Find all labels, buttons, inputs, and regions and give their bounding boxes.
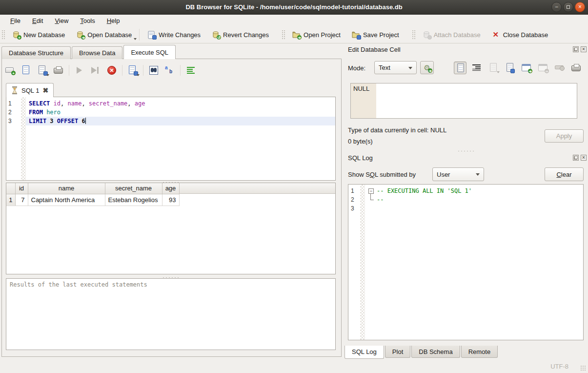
token bbox=[50, 100, 53, 107]
menu-tools[interactable]: Tools bbox=[75, 16, 100, 26]
resize-grip-icon[interactable] bbox=[580, 365, 586, 371]
sql-file-tab[interactable]: SQL 1 ✖ bbox=[6, 83, 54, 97]
table-row[interactable]: 17Captain North AmericaEsteban Rogelios9… bbox=[6, 194, 179, 206]
export-cell-icon[interactable]: ➜ bbox=[520, 62, 533, 74]
window-title: DB Browser for SQLite - /home/user/code/… bbox=[185, 3, 402, 11]
log-filter-combobox[interactable]: User bbox=[432, 167, 484, 181]
toolbar-drag-handle[interactable] bbox=[411, 29, 416, 40]
token: hero bbox=[46, 109, 61, 116]
format-sql-icon[interactable] bbox=[185, 64, 197, 76]
token: age bbox=[135, 100, 145, 107]
editor-line: 1SELECT id, name, secret_name, age bbox=[6, 99, 335, 108]
new-tab-icon[interactable]: + bbox=[4, 64, 16, 76]
close-tab-icon[interactable]: ✖ bbox=[42, 87, 48, 94]
cell-size-text: 0 byte(s) bbox=[348, 138, 373, 145]
titlebar[interactable]: DB Browser for SQLite - /home/user/code/… bbox=[0, 0, 588, 15]
token: name bbox=[68, 100, 82, 107]
open-project-icon: ➜ bbox=[292, 30, 301, 39]
log-filter-label: Show SQL submitted by bbox=[348, 171, 416, 178]
code-line: SELECT id, name, secret_name, age bbox=[26, 99, 335, 108]
write-changes-button[interactable]: Write Changes bbox=[142, 28, 206, 41]
dock-tab-sql-log[interactable]: SQL Log bbox=[345, 346, 384, 359]
encoding-indicator: UTF-8 bbox=[550, 363, 568, 370]
tab-database-structure[interactable]: Database Structure bbox=[1, 46, 71, 59]
line-number: 3 bbox=[351, 204, 360, 213]
export-results-icon[interactable] bbox=[127, 64, 139, 76]
data-cell[interactable]: Esteban Rogelios bbox=[105, 194, 162, 206]
line-number: 1 bbox=[8, 99, 20, 108]
menubar: File Edit View Tools Help bbox=[0, 15, 588, 26]
find-replace-icon[interactable]: ab bbox=[164, 64, 176, 76]
toolbar-drag-handle[interactable] bbox=[281, 29, 285, 40]
menu-file[interactable]: File bbox=[5, 16, 26, 26]
print-icon[interactable] bbox=[53, 64, 64, 76]
sql-log-dock-buttons bbox=[573, 155, 587, 161]
corner-cell[interactable] bbox=[6, 183, 15, 194]
save-as-icon[interactable] bbox=[504, 62, 516, 74]
open-database-button[interactable]: ➜ Open Database bbox=[70, 28, 137, 41]
print-icon[interactable] bbox=[570, 62, 583, 74]
fold-marker-icon[interactable] bbox=[367, 195, 375, 204]
menu-help[interactable]: Help bbox=[101, 16, 125, 26]
splitter-handle[interactable] bbox=[161, 275, 181, 278]
splitter-handle[interactable] bbox=[456, 149, 476, 151]
revert-changes-button[interactable]: ↺ Revert Changes bbox=[206, 28, 274, 41]
column-header[interactable]: name bbox=[28, 183, 105, 194]
link-icon: ∞ bbox=[537, 62, 549, 74]
save-sql-file-icon[interactable] bbox=[37, 64, 48, 76]
close-icon[interactable]: × bbox=[575, 2, 585, 12]
arrow-badge-icon: ➜ bbox=[428, 68, 432, 73]
column-header[interactable]: age bbox=[162, 183, 179, 194]
fold-marker-icon[interactable] bbox=[367, 186, 375, 195]
dock-tab-db-schema[interactable]: DB Schema bbox=[411, 346, 460, 358]
stop-icon[interactable]: ✕ bbox=[106, 64, 118, 76]
row-number-cell[interactable]: 1 bbox=[6, 194, 15, 206]
dock-tab-remote[interactable]: Remote bbox=[461, 346, 498, 358]
toolbar-separator bbox=[69, 65, 69, 76]
open-sql-file-icon[interactable] bbox=[20, 64, 32, 76]
auto-apply-button[interactable]: ⚙ ➜ bbox=[420, 61, 434, 74]
float-dock-icon[interactable] bbox=[573, 155, 579, 161]
dock-tab-plot[interactable]: Plot bbox=[385, 346, 410, 358]
edit-cell-dock-buttons bbox=[573, 46, 587, 52]
attach-database-icon bbox=[422, 30, 431, 39]
cell-value-editor[interactable]: NULL bbox=[350, 83, 577, 119]
log-line: 2-- bbox=[348, 195, 583, 204]
column-header[interactable]: id bbox=[15, 183, 28, 194]
token: , bbox=[61, 100, 67, 107]
close-dock-icon[interactable] bbox=[581, 46, 587, 52]
tab-execute-sql[interactable]: Execute SQL bbox=[123, 45, 176, 59]
mode-combobox[interactable]: Text bbox=[374, 61, 417, 74]
text-caret bbox=[85, 118, 86, 124]
data-cell[interactable]: Captain North America bbox=[28, 194, 105, 206]
open-project-button[interactable]: ➜ Open Project bbox=[286, 28, 346, 41]
results-grid[interactable]: idnamesecret_nameage17Captain North Amer… bbox=[6, 183, 336, 274]
hourglass-icon bbox=[11, 86, 18, 94]
close-dock-icon[interactable] bbox=[581, 155, 587, 161]
text-mode-icon[interactable] bbox=[454, 62, 466, 74]
menu-view[interactable]: View bbox=[49, 16, 74, 26]
close-database-button[interactable]: ✕ Close Database bbox=[486, 28, 554, 41]
sql-editor[interactable]: 1SELECT id, name, secret_name, age2FROM … bbox=[6, 97, 336, 181]
token: id bbox=[54, 100, 61, 107]
column-header[interactable]: secret_name bbox=[105, 183, 162, 194]
results-message-pane[interactable]: Results of the last executed statements bbox=[6, 278, 336, 350]
menu-edit[interactable]: Edit bbox=[27, 16, 48, 26]
app-window: DB Browser for SQLite - /home/user/code/… bbox=[0, 0, 588, 373]
data-cell[interactable]: 7 bbox=[15, 194, 28, 206]
clear-log-button[interactable]: Clear bbox=[545, 167, 584, 181]
new-database-button[interactable]: + New Database bbox=[6, 28, 70, 41]
line-number: 2 bbox=[351, 195, 360, 204]
sql-log-view[interactable]: 1-- EXECUTING ALL IN 'SQL 1'2--3 bbox=[348, 184, 584, 340]
save-project-button[interactable]: Save Project bbox=[346, 28, 405, 41]
word-wrap-icon[interactable] bbox=[470, 62, 483, 74]
results-header-row: idnamesecret_nameage bbox=[6, 183, 179, 194]
token bbox=[54, 118, 57, 124]
find-icon[interactable] bbox=[148, 64, 160, 76]
data-cell[interactable]: 93 bbox=[162, 194, 179, 206]
maximize-icon[interactable] bbox=[563, 2, 573, 12]
toolbar-drag-handle[interactable] bbox=[1, 29, 5, 40]
minimize-icon[interactable]: − bbox=[551, 2, 562, 12]
float-dock-icon[interactable] bbox=[573, 46, 579, 52]
tab-browse-data[interactable]: Browse Data bbox=[72, 46, 122, 59]
